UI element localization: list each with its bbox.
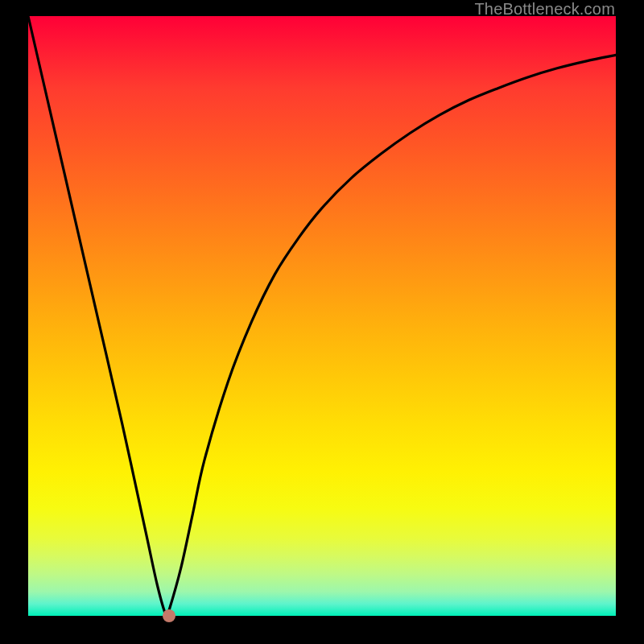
chart-frame: TheBottleneck.com	[0, 0, 644, 644]
watermark-text: TheBottleneck.com	[474, 0, 615, 19]
bottleneck-curve	[28, 16, 616, 617]
curve-svg	[28, 16, 616, 616]
minimum-marker	[163, 609, 175, 622]
plot-area	[28, 16, 616, 616]
